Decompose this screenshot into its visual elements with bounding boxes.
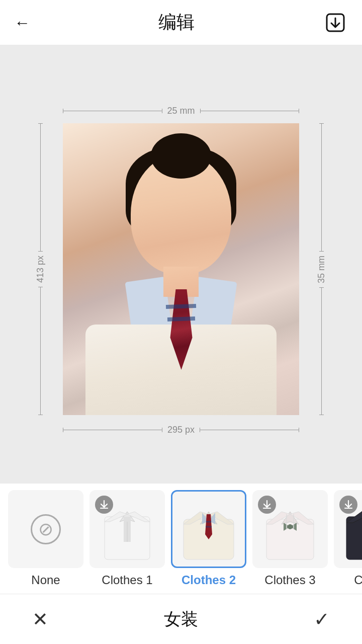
dim-line-right-top xyxy=(321,123,322,252)
none-icon: ⊘ xyxy=(31,514,61,544)
back-button[interactable]: ← xyxy=(14,15,30,31)
download-badge-4 xyxy=(339,496,357,514)
measurement-container: 25 mm 413 px 35 mm xyxy=(63,123,299,415)
clothes-thumb-1[interactable] xyxy=(89,490,165,568)
dim-line-right-bottom xyxy=(321,287,322,416)
clothes-item-3[interactable]: Clothes 3 xyxy=(252,490,328,587)
canvas-area: 25 mm 413 px 35 mm xyxy=(0,45,362,483)
photo-frame xyxy=(63,123,299,415)
clothes-label-2: Clothes 2 xyxy=(182,573,236,587)
bottom-bar: ✕ 女装 ✓ xyxy=(0,594,362,644)
clothes-thumb-2[interactable] xyxy=(171,490,246,568)
dim-line-top-right xyxy=(200,111,300,111)
dim-label-top: 25 mm xyxy=(162,106,200,116)
photo-content xyxy=(63,123,299,415)
clothes-item-1[interactable]: Clothes 1 xyxy=(89,490,165,587)
clothes-item-4[interactable]: Clothe xyxy=(334,490,362,587)
hair-bun xyxy=(151,133,211,179)
clothes-label-3: Clothes 3 xyxy=(264,573,315,587)
clothes-thumb-none[interactable]: ⊘ xyxy=(8,490,83,568)
dim-label-right: 35 mm xyxy=(316,252,327,287)
person-figure xyxy=(63,123,299,415)
dim-label-left: 413 px xyxy=(35,252,46,287)
dim-line-left-bottom xyxy=(40,287,41,415)
tie-stripe1 xyxy=(166,304,196,309)
dim-label-bottom: 295 px xyxy=(162,425,200,435)
clothes-label-none: None xyxy=(31,573,60,587)
svg-point-23 xyxy=(288,524,293,529)
clothes-label-1: Clothes 1 xyxy=(102,573,152,587)
clothes-svg-2 xyxy=(181,497,236,562)
bottom-title: 女装 xyxy=(164,608,198,631)
clothes-panel: ⊘ None Clothes 1 xyxy=(0,483,362,594)
page-title: 编辑 xyxy=(158,10,195,35)
clothes-item-2[interactable]: Clothes 2 xyxy=(171,490,246,587)
dim-bottom: 295 px xyxy=(63,425,299,435)
clothes-item-none[interactable]: ⊘ None xyxy=(8,490,83,587)
dim-line-left-top xyxy=(40,123,41,252)
svg-rect-26 xyxy=(346,517,362,559)
dim-top: 25 mm xyxy=(63,106,299,116)
export-button[interactable] xyxy=(323,10,348,35)
dim-line-bottom-right xyxy=(200,430,299,430)
download-badge-3 xyxy=(258,496,276,514)
clothes-thumb-3[interactable] xyxy=(252,490,328,568)
dim-right: 35 mm xyxy=(316,123,327,415)
dim-line-top-left xyxy=(63,111,162,111)
clothes-thumb-4[interactable] xyxy=(334,490,362,568)
cancel-button[interactable]: ✕ xyxy=(25,604,55,634)
confirm-button[interactable]: ✓ xyxy=(307,604,337,634)
header: ← 编辑 xyxy=(0,0,362,45)
dim-line-bottom-left xyxy=(63,430,162,430)
dim-left: 413 px xyxy=(35,123,46,415)
download-badge-1 xyxy=(95,496,113,514)
clothes-label-4: Clothe xyxy=(354,573,362,587)
